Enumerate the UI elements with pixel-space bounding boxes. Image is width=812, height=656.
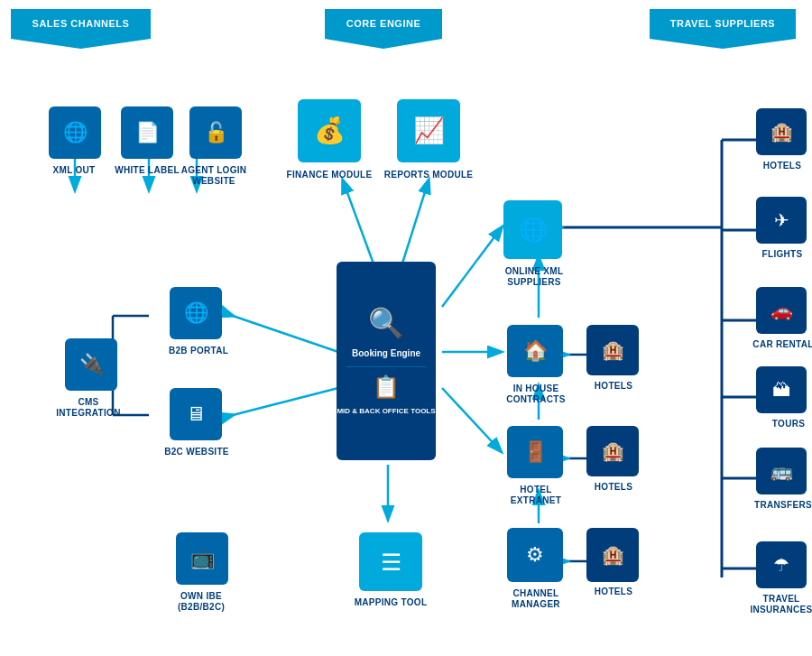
hotel-extranet-box: 🚪 (507, 426, 563, 478)
channel-manager-label: CHANNELMANAGER (493, 588, 579, 610)
hotels-mid1-icon: 🏨 (602, 341, 624, 359)
own-ibe-icon: 📺 (190, 549, 215, 568)
reports-icon: 📈 (413, 118, 445, 143)
svg-line-10 (233, 316, 338, 352)
svg-line-11 (233, 388, 338, 415)
xml-out-box: 🌐 (49, 106, 101, 159)
channel-manager-box: ⚙ (507, 528, 563, 582)
b2c-website-box: 🖥 (170, 388, 222, 440)
booking-engine-box: 🔍 Booking Engine 📋 MID & BACK OFFICE TOO… (337, 262, 436, 460)
in-house-box: 🏠 (507, 325, 563, 377)
online-xml-icon: 🌐 (519, 218, 548, 242)
white-label-icon: 📄 (135, 123, 160, 143)
cms-integration-label: CMSINTEGRATION (51, 397, 126, 419)
agent-login-label: AGENT LOGINWEBSITE (177, 165, 251, 187)
hotel-extranet-label: HOTELEXTRANET (493, 485, 579, 506)
reports-module-box: 📈 (397, 99, 460, 162)
transfers-box: 🚌 (756, 448, 807, 494)
hotels-mid3-box: 🏨 (586, 528, 639, 582)
hotels-mid2-box: 🏨 (586, 426, 639, 476)
b2c-website-label: B2C WEBSITE (161, 447, 233, 457)
sales-channels-banner: SALES CHANNELS (11, 9, 151, 49)
hotels-mid1-label: HOTELS (581, 381, 646, 392)
hotels-label: HOTELS (754, 161, 810, 171)
in-house-label: IN HOUSECONTRACTS (493, 383, 579, 405)
hotels-mid3-icon: 🏨 (602, 546, 624, 564)
own-ibe-box: 📺 (176, 532, 228, 585)
svg-line-7 (343, 180, 374, 266)
cms-icon: 🔌 (79, 355, 104, 374)
online-xml-box: 🌐 (503, 200, 562, 259)
travel-insurances-label: TRAVELINSURANCES (747, 594, 812, 615)
booking-engine-label: Booking Engine (352, 347, 420, 359)
xml-out-icon: 🌐 (63, 123, 88, 143)
xml-out-label: XML OUT (38, 165, 110, 176)
hotels-mid2-label: HOTELS (581, 482, 646, 493)
travel-suppliers-banner: TRAVEL SUPPLIERS (650, 9, 796, 49)
finance-module-box: 💰 (298, 99, 361, 162)
mapping-icon: ☰ (381, 550, 401, 574)
hotels-icon: 🏨 (770, 123, 793, 141)
own-ibe-label: OWN IBE(B2B/B2C) (161, 591, 242, 613)
online-xml-label: ONLINE XMLSUPPLIERS (489, 266, 579, 288)
mapping-tool-label: MAPPING TOOL (346, 597, 435, 608)
mapping-tool-box: ☰ (359, 532, 422, 591)
flights-box: ✈ (756, 197, 807, 244)
b2c-website-icon: 🖥 (186, 404, 206, 424)
transfers-label: TRANSFERS (754, 500, 812, 511)
finance-icon: 💰 (314, 118, 346, 143)
agent-login-icon: 🔓 (204, 123, 228, 143)
agent-login-box: 🔓 (189, 106, 242, 159)
mid-back-office-label: MID & BACK OFFICE TOOLS (337, 407, 435, 416)
mid-back-office-icon: 📋 (373, 374, 400, 400)
diagram: SALES CHANNELS CORE ENGINE TRAVEL SUPPLI… (0, 0, 812, 656)
finance-module-label: FINANCE MODULE (281, 170, 377, 180)
travel-insurances-box: ☂ (756, 541, 807, 588)
b2b-portal-box: 🌐 (170, 287, 222, 339)
hotels-mid3-label: HOTELS (581, 587, 646, 597)
tours-icon: 🏔 (772, 381, 790, 399)
hotels-mid1-box: 🏨 (586, 325, 639, 375)
white-label-box: 📄 (121, 106, 173, 159)
tours-label: TOURS (762, 419, 812, 430)
hotel-extranet-icon: 🚪 (523, 442, 548, 462)
car-rental-icon: 🚗 (770, 301, 793, 319)
hotels-mid2-icon: 🏨 (602, 442, 624, 460)
flights-icon: ✈ (774, 211, 789, 229)
travel-insurance-icon: ☂ (773, 556, 789, 574)
channel-manager-icon: ⚙ (526, 545, 544, 565)
b2b-portal-label: B2B PORTAL (162, 346, 235, 356)
svg-line-8 (401, 180, 429, 266)
booking-engine-icon: 🔍 (368, 306, 404, 340)
white-label-label: WHITE LABEL (110, 165, 184, 176)
cms-integration-box: 🔌 (65, 338, 117, 391)
tours-box: 🏔 (756, 366, 807, 413)
hotels-supplier-box: 🏨 (756, 108, 807, 155)
core-engine-banner: CORE ENGINE (325, 9, 442, 49)
b2b-portal-icon: 🌐 (184, 303, 208, 323)
in-house-icon: 🏠 (523, 341, 548, 361)
car-rental-label: CAR RENTAL (751, 339, 812, 350)
car-rental-box: 🚗 (756, 287, 807, 334)
reports-module-label: REPORTS MODULE (381, 170, 476, 180)
transfers-icon: 🚌 (770, 462, 793, 480)
flights-label: FLIGHTS (754, 249, 810, 260)
